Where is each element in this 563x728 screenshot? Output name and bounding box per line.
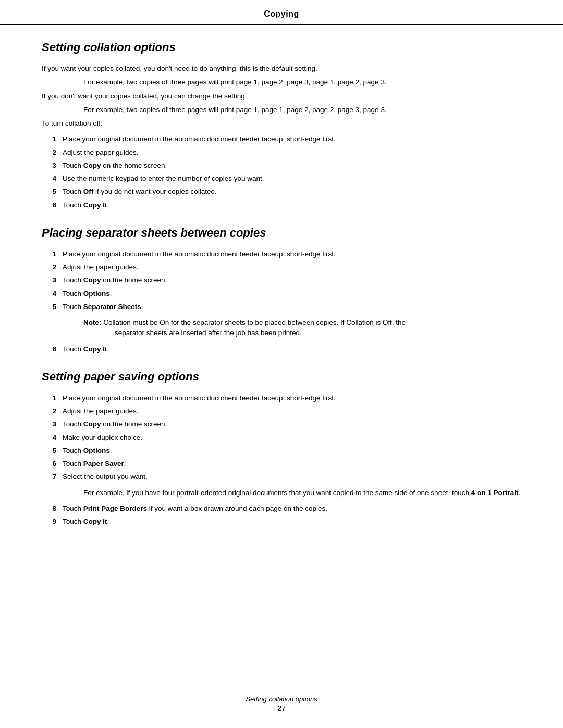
step-content: Touch Separator Sheets. [63, 302, 521, 312]
content-area: Setting collation options If you want yo… [0, 41, 563, 527]
intro-p1: If you want your copies collated, you do… [42, 64, 521, 74]
step-content: Adjust the paper guides. [63, 262, 521, 273]
step-number: 3 [42, 275, 63, 286]
footer-text: Setting collation options [0, 695, 563, 703]
step-number: 1 [42, 134, 63, 144]
list-item: 1 Place your original document in the au… [42, 249, 521, 260]
step-number: 1 [42, 393, 63, 403]
step-content: Touch Print Page Borders if you want a b… [63, 503, 521, 514]
list-item: 4 Make your duplex choice. [42, 433, 521, 443]
step-number: 7 [42, 472, 63, 482]
step-number: 6 [42, 344, 63, 354]
note-text-continued: separator sheets are inserted after the … [115, 328, 521, 338]
step-content: Touch Copy It. [63, 344, 521, 354]
step-content: Touch Copy It. [63, 200, 521, 211]
step-number: 8 [42, 503, 63, 514]
step-number: 2 [42, 147, 63, 158]
intro-p2: For example, two copies of three pages w… [83, 77, 521, 88]
step-content: Touch Copy on the home screen. [63, 419, 521, 429]
note-block: Note: Collation must be On for the separ… [83, 317, 521, 339]
step-content: Use the numeric keypad to enter the numb… [63, 174, 521, 184]
separator-steps-list-continued: 6 Touch Copy It. [42, 344, 521, 354]
paper-saving-example: For example, if you have four portrait-o… [83, 488, 521, 498]
list-item: 2 Adjust the paper guides. [42, 406, 521, 416]
page-header: Copying [0, 0, 563, 25]
list-item: 6 Touch Copy It. [42, 200, 521, 211]
step-content: Adjust the paper guides. [63, 147, 521, 158]
section-paper-saving: Setting paper saving options 1 Place you… [42, 370, 521, 527]
step-number: 4 [42, 174, 63, 184]
step-number: 5 [42, 302, 63, 312]
list-item: 6 Touch Paper Saver. [42, 459, 521, 469]
step-number: 5 [42, 187, 63, 197]
list-item: 7 Select the output you want. [42, 472, 521, 482]
section-heading-collation: Setting collation options [42, 41, 521, 54]
list-item: 6 Touch Copy It. [42, 344, 521, 354]
list-item: 2 Adjust the paper guides. [42, 147, 521, 158]
page-container: Copying Setting collation options If you… [0, 0, 563, 728]
step-number: 4 [42, 433, 63, 443]
step-number: 3 [42, 161, 63, 171]
step-number: 6 [42, 200, 63, 211]
footer-page-number: 27 [0, 704, 563, 712]
collation-steps-list: 1 Place your original document in the au… [42, 134, 521, 211]
step-number: 4 [42, 289, 63, 299]
list-item: 2 Adjust the paper guides. [42, 262, 521, 273]
paper-saving-steps-list: 1 Place your original document in the au… [42, 393, 521, 483]
list-item: 5 Touch Options. [42, 446, 521, 456]
list-item: 4 Use the numeric keypad to enter the nu… [42, 174, 521, 184]
step-content: Adjust the paper guides. [63, 406, 521, 416]
step-number: 5 [42, 446, 63, 456]
list-item: 5 Touch Separator Sheets. [42, 302, 521, 312]
step-number: 3 [42, 419, 63, 429]
header-title: Copying [264, 9, 299, 18]
step-content: Touch Options. [63, 289, 521, 299]
list-item: 5 Touch Off if you do not want your copi… [42, 187, 521, 197]
step-content: Place your original document in the auto… [63, 134, 521, 144]
list-item: 1 Place your original document in the au… [42, 393, 521, 403]
note-text: Note: Collation must be On for the separ… [83, 317, 521, 328]
step-content: Touch Copy It. [63, 516, 521, 527]
step-number: 1 [42, 249, 63, 260]
step-content: Touch Copy on the home screen. [63, 275, 521, 286]
step-content: Touch Copy on the home screen. [63, 161, 521, 171]
list-item: 8 Touch Print Page Borders if you want a… [42, 503, 521, 514]
step-number: 2 [42, 262, 63, 273]
step-content: Place your original document in the auto… [63, 249, 521, 260]
list-item: 3 Touch Copy on the home screen. [42, 161, 521, 171]
section-heading-separator: Placing separator sheets between copies [42, 226, 521, 240]
list-item: 3 Touch Copy on the home screen. [42, 419, 521, 429]
section-collation: Setting collation options If you want yo… [42, 41, 521, 211]
section-heading-paper-saving: Setting paper saving options [42, 370, 521, 384]
paper-saving-steps-continued: 8 Touch Print Page Borders if you want a… [42, 503, 521, 527]
page-footer: Setting collation options 27 [0, 695, 563, 712]
list-item: 1 Place your original document in the au… [42, 134, 521, 144]
step-content: Place your original document in the auto… [63, 393, 521, 403]
step-number: 9 [42, 516, 63, 527]
step-content: Touch Options. [63, 446, 521, 456]
step-content: Make your duplex choice. [63, 433, 521, 443]
list-item: 4 Touch Options. [42, 289, 521, 299]
list-item: 9 Touch Copy It. [42, 516, 521, 527]
step-content: Touch Paper Saver. [63, 459, 521, 469]
intro-p5: To turn collation off: [42, 118, 521, 129]
section-separator-sheets: Placing separator sheets between copies … [42, 226, 521, 354]
list-item: 3 Touch Copy on the home screen. [42, 275, 521, 286]
step-content: Select the output you want. [63, 472, 521, 482]
step-number: 6 [42, 459, 63, 469]
intro-p3: If you don't want your copies collated, … [42, 91, 521, 102]
intro-p4: For example, two copies of three pages w… [83, 105, 521, 115]
step-content: Touch Off if you do not want your copies… [63, 187, 521, 197]
separator-steps-list: 1 Place your original document in the au… [42, 249, 521, 312]
step-number: 2 [42, 406, 63, 416]
